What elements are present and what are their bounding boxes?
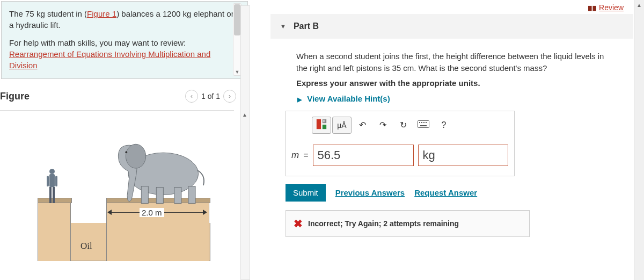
equals-sign: = <box>303 150 308 160</box>
svg-rect-2 <box>47 176 49 186</box>
svg-rect-13 <box>588 6 592 11</box>
answer-input-box: µÅ ↶ ↷ ↻ ? m = 56.5 kg <box>286 111 515 176</box>
person-icon <box>45 168 59 206</box>
svg-rect-22 <box>423 122 425 123</box>
feedback-box: ✖ Incorrect; Try Again; 2 attempts remai… <box>286 210 530 237</box>
template-icon <box>316 118 327 132</box>
figure-link[interactable]: Figure 1 <box>87 9 116 18</box>
svg-rect-9 <box>141 186 148 204</box>
figure-counter: 1 of 1 <box>201 92 220 100</box>
dimension-label: 2.0 m <box>140 208 164 217</box>
keyboard-icon <box>418 120 429 130</box>
oil-label: Oil <box>80 241 92 252</box>
request-answer-link[interactable]: Request Answer <box>414 188 477 197</box>
part-label: Part B <box>294 21 319 31</box>
page-scrollbar[interactable]: ▲ <box>634 0 644 280</box>
svg-point-0 <box>49 169 55 174</box>
answer-unit-input[interactable]: kg <box>418 145 508 166</box>
feedback-text: Incorrect; Try Again; 2 attempts remaini… <box>308 219 459 228</box>
part-header[interactable]: ▼ Part B <box>270 14 633 39</box>
svg-rect-14 <box>593 6 597 11</box>
template-tool-button[interactable] <box>312 117 331 134</box>
unit-kg: kg <box>183 9 192 18</box>
book-icon <box>588 4 596 11</box>
redo-button[interactable]: ↷ <box>373 117 392 134</box>
question-prompt: When a second student joins the first, t… <box>296 51 608 74</box>
problem-info-box: The 75 kg student in (Figure 1) balances… <box>1 1 248 79</box>
submit-button[interactable]: Submit <box>286 184 326 202</box>
svg-rect-20 <box>419 122 420 123</box>
reset-button[interactable]: ↻ <box>393 117 413 134</box>
svg-rect-10 <box>156 188 163 204</box>
elephant-icon <box>107 131 209 206</box>
svg-rect-12 <box>188 186 195 204</box>
incorrect-icon: ✖ <box>294 217 303 230</box>
svg-rect-15 <box>317 119 321 128</box>
special-chars-label: µÅ <box>337 121 346 130</box>
info-text: The 75 <box>9 9 36 18</box>
info-text: ) balances a 1200 <box>116 9 182 18</box>
svg-rect-1 <box>49 174 55 187</box>
svg-point-7 <box>126 144 145 168</box>
expand-icon: ▶ <box>297 96 302 103</box>
special-chars-button[interactable]: µÅ <box>332 117 352 134</box>
svg-rect-3 <box>55 176 57 186</box>
figure-next-button[interactable]: › <box>223 90 236 103</box>
svg-rect-4 <box>49 187 52 203</box>
svg-point-8 <box>125 151 127 153</box>
figure-image: 2.0 m Oil <box>32 127 225 267</box>
figure-prev-button[interactable]: ‹ <box>185 90 198 103</box>
figure-scrollbar[interactable]: ▲ <box>240 5 250 280</box>
svg-rect-18 <box>324 119 325 122</box>
svg-rect-23 <box>426 122 427 123</box>
svg-rect-11 <box>174 188 181 204</box>
info-text: For help with math skills, you may want … <box>9 38 186 47</box>
math-skills-link[interactable]: Rearrangement of Equations Involving Mul… <box>9 49 210 70</box>
svg-rect-17 <box>323 124 326 128</box>
undo-button[interactable]: ↶ <box>353 117 372 134</box>
svg-rect-24 <box>420 125 427 126</box>
svg-rect-19 <box>418 120 429 127</box>
collapse-icon: ▼ <box>280 23 286 30</box>
previous-answers-link[interactable]: Previous Answers <box>335 188 405 197</box>
unit-kg: kg <box>36 9 45 18</box>
keyboard-button[interactable] <box>414 117 433 134</box>
variable-label: m <box>291 150 299 161</box>
help-button[interactable]: ? <box>434 117 453 134</box>
view-hints-link[interactable]: ▶ View Available Hint(s) <box>297 94 633 103</box>
svg-rect-21 <box>421 122 422 123</box>
svg-rect-5 <box>53 187 55 203</box>
info-text: student in ( <box>45 9 87 18</box>
answer-instruction: Express your answer with the appropriate… <box>296 78 633 88</box>
answer-value-input[interactable]: 56.5 <box>313 145 414 166</box>
review-link[interactable]: Review <box>588 3 624 12</box>
figure-title: Figure <box>0 91 30 102</box>
